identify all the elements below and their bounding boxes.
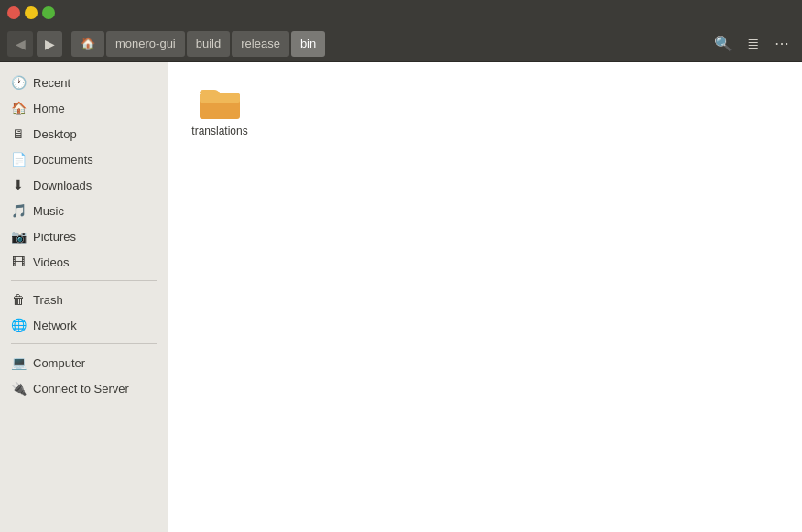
breadcrumb-monero-gui[interactable]: monero-gui xyxy=(106,31,185,57)
close-button[interactable] xyxy=(7,6,20,19)
sidebar-trash-label: Trash xyxy=(33,293,63,307)
main-layout: 🕐Recent🏠Home🖥Desktop📄Documents⬇Downloads… xyxy=(0,62,802,532)
sidebar-connect-server-icon: 🔌 xyxy=(11,381,26,396)
sidebar: 🕐Recent🏠Home🖥Desktop📄Documents⬇Downloads… xyxy=(0,62,168,532)
breadcrumb-home[interactable]: 🏠Home xyxy=(71,31,104,57)
sidebar-item-downloads[interactable]: ⬇Downloads xyxy=(0,172,168,198)
file-grid: translations xyxy=(183,77,787,145)
sidebar-item-recent[interactable]: 🕐Recent xyxy=(0,70,168,95)
minimize-button[interactable] xyxy=(25,6,38,19)
breadcrumb-release[interactable]: release xyxy=(232,31,289,57)
breadcrumb-bin[interactable]: bin xyxy=(291,31,325,57)
content-area: translations xyxy=(168,62,802,532)
sidebar-network-icon: 🌐 xyxy=(11,318,26,332)
search-button[interactable]: 🔍 xyxy=(710,31,736,57)
toolbar-right: 🔍 ≣ ⋯ xyxy=(710,31,795,57)
sidebar-computer-label: Computer xyxy=(33,356,85,370)
sidebar-item-home[interactable]: 🏠Home xyxy=(0,95,168,121)
sidebar-downloads-label: Downloads xyxy=(33,179,92,192)
sidebar-recent-icon: 🕐 xyxy=(11,75,26,90)
sidebar-documents-icon: 📄 xyxy=(11,152,26,167)
breadcrumb-home-icon: 🏠 xyxy=(81,37,95,50)
back-button[interactable]: ◀ xyxy=(7,31,33,57)
sidebar-home-label: Home xyxy=(33,102,65,115)
list-view-button[interactable]: ≣ xyxy=(740,31,765,57)
sidebar-desktop-label: Desktop xyxy=(33,127,77,141)
breadcrumb-release-label: release xyxy=(241,37,280,50)
breadcrumb-bin-label: bin xyxy=(300,37,316,50)
sidebar-computer-icon: 💻 xyxy=(11,355,26,370)
maximize-button[interactable] xyxy=(42,6,55,19)
sidebar-pictures-label: Pictures xyxy=(33,230,76,244)
sidebar-separator-after-network xyxy=(11,343,157,344)
sidebar-recent-label: Recent xyxy=(33,76,70,90)
file-item-translations[interactable]: translations xyxy=(183,77,256,145)
breadcrumb-monero-gui-label: monero-gui xyxy=(115,37,176,50)
window-controls xyxy=(7,6,55,19)
toolbar: ◀ ▶ 🏠Homemonero-guibuildreleasebin 🔍 ≣ ⋯ xyxy=(0,26,802,62)
sidebar-item-connect-server[interactable]: 🔌Connect to Server xyxy=(0,375,168,401)
sidebar-item-desktop[interactable]: 🖥Desktop xyxy=(0,121,168,147)
sidebar-home-icon: 🏠 xyxy=(11,101,26,115)
sidebar-trash-icon: 🗑 xyxy=(11,292,26,307)
file-label-translations: translations xyxy=(191,125,247,137)
sidebar-music-label: Music xyxy=(33,204,64,218)
folder-icon xyxy=(198,84,242,121)
breadcrumb-build-label: build xyxy=(196,37,221,50)
sidebar-item-videos[interactable]: 🎞Videos xyxy=(0,249,168,275)
breadcrumb-build[interactable]: build xyxy=(187,31,230,57)
breadcrumbs: 🏠Homemonero-guibuildreleasebin xyxy=(71,31,707,57)
sidebar-desktop-icon: 🖥 xyxy=(11,126,26,141)
sidebar-documents-label: Documents xyxy=(33,153,93,167)
sidebar-item-computer[interactable]: 💻Computer xyxy=(0,350,168,375)
sidebar-pictures-icon: 📷 xyxy=(11,229,26,244)
sidebar-videos-label: Videos xyxy=(33,255,70,269)
sidebar-music-icon: 🎵 xyxy=(11,203,26,218)
more-options-button[interactable]: ⋯ xyxy=(769,31,795,57)
sidebar-item-documents[interactable]: 📄Documents xyxy=(0,147,168,172)
sidebar-connect-server-label: Connect to Server xyxy=(33,382,129,396)
sidebar-downloads-icon: ⬇ xyxy=(11,178,26,192)
sidebar-item-trash[interactable]: 🗑Trash xyxy=(0,287,168,312)
sidebar-item-pictures[interactable]: 📷Pictures xyxy=(0,223,168,249)
sidebar-network-label: Network xyxy=(33,319,77,332)
svg-rect-1 xyxy=(200,93,240,103)
forward-button[interactable]: ▶ xyxy=(37,31,62,57)
sidebar-item-music[interactable]: 🎵Music xyxy=(0,198,168,223)
sidebar-item-network[interactable]: 🌐Network xyxy=(0,312,168,338)
titlebar xyxy=(0,0,802,26)
sidebar-separator-after-videos xyxy=(11,280,157,281)
sidebar-videos-icon: 🎞 xyxy=(11,255,26,269)
